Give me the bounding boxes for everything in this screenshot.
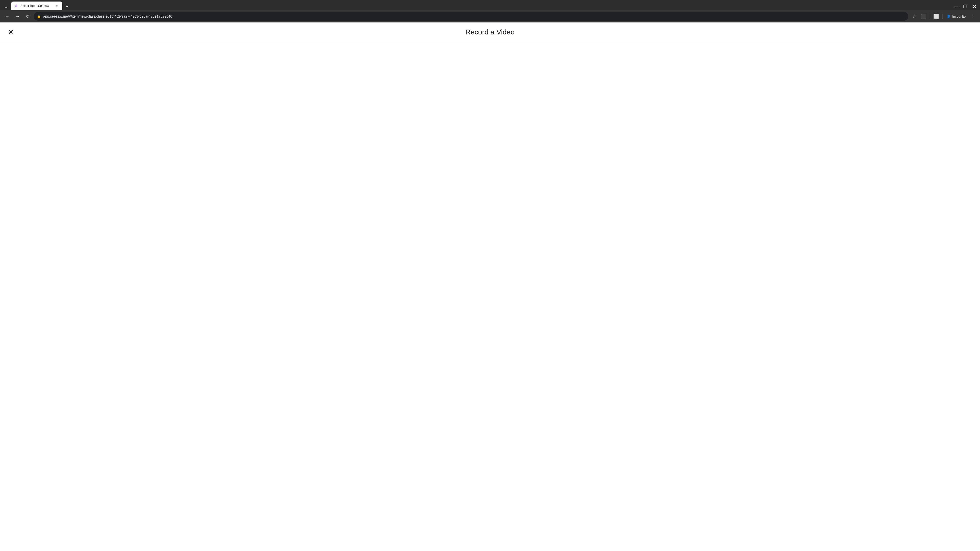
reload-button[interactable]: ↻ [24,12,32,21]
address-input-wrapper[interactable]: 🔒 app.seesaw.me/#/item/new/class/class.e… [34,12,908,21]
window-controls: ─ ❐ ✕ [953,3,978,10]
page-header: ✕ Record a Video [0,22,980,42]
tab-title: Select Tool - Seesaw [21,4,52,8]
maximize-button[interactable]: ❐ [962,3,969,10]
back-button[interactable]: ← [3,12,11,21]
incognito-button[interactable]: 👤 Incognito [945,14,968,19]
forward-button[interactable]: → [13,12,21,21]
extensions-button[interactable]: ⬛ [920,12,928,21]
close-page-button[interactable]: ✕ [6,27,15,37]
page-body [0,42,980,551]
active-tab[interactable]: S Select Tool - Seesaw × [11,2,62,10]
close-window-button[interactable]: ✕ [971,3,978,10]
page-content: ✕ Record a Video [0,22,980,551]
bookmark-button[interactable]: ☆ [910,12,918,21]
tab-favicon: S [14,4,18,8]
toolbar-right: ☆ ⬛ ⬜ 👤 Incognito ⋮ [910,12,977,21]
security-icon: 🔒 [37,14,41,18]
incognito-label: Incognito [952,14,966,18]
tab-list-button[interactable]: ⌄ [2,3,9,10]
tab-close-button[interactable]: × [55,3,59,8]
address-bar: ← → ↻ 🔒 app.seesaw.me/#/item/new/class/c… [0,10,980,22]
split-screen-button[interactable]: ⬜ [932,12,940,21]
toolbar-separator [930,14,930,19]
browser-chrome: ⌄ S Select Tool - Seesaw × + ─ ❐ ✕ ← → ↻… [0,0,980,22]
more-options-button[interactable]: ⋮ [969,12,977,21]
incognito-icon: 👤 [947,14,951,18]
minimize-button[interactable]: ─ [953,3,959,10]
address-text: app.seesaw.me/#/item/new/class/class.e01… [43,14,905,18]
page-title: Record a Video [466,28,515,36]
tab-bar: ⌄ S Select Tool - Seesaw × + ─ ❐ ✕ [0,0,980,10]
new-tab-button[interactable]: + [63,3,70,10]
